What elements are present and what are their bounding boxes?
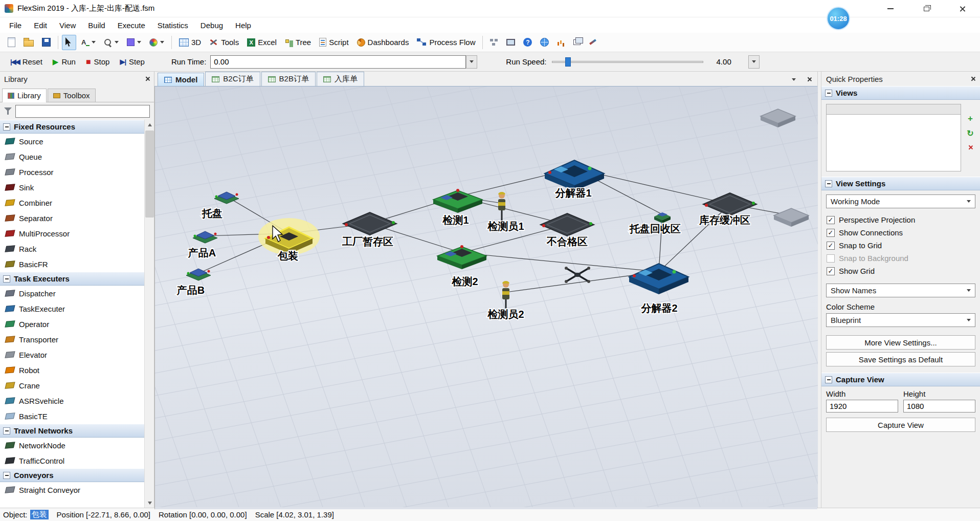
capture-width-input[interactable] [826,400,898,413]
charts-button[interactable] [553,35,569,50]
section-header-fixed-resources[interactable]: Fixed Resources [0,120,144,134]
library-item-robot[interactable]: Robot [0,362,144,378]
fill-color-button[interactable] [123,35,145,50]
3d-button[interactable]: 3D [175,35,205,50]
stop-button[interactable]: ■ Stop [81,55,115,69]
viewport-svg[interactable]: 托盘 产品A 产品B 包装 工厂暂存区 检测1 检测员1 检测2 检测员2 分 [155,86,818,507]
3d-viewport[interactable]: 托盘 产品A 产品B 包装 工厂暂存区 检测1 检测员1 检测2 检测员2 分 [154,86,817,509]
connect-button[interactable] [77,35,99,50]
library-item-dispatcher[interactable]: Dispatcher [0,286,144,301]
add-view-button[interactable]: + [965,113,976,124]
reset-button[interactable]: |◀◀ Reset [5,55,48,68]
checkbox-perspective-projection[interactable]: ✓Perspective Projection [821,213,980,226]
library-item-taskexecuter[interactable]: TaskExecuter [0,301,144,316]
checkbox-box[interactable]: ✓ [827,216,835,224]
run-time-input[interactable] [210,55,466,69]
checkbox-box[interactable]: ✓ [827,242,835,250]
tab-list-dropdown-button[interactable] [789,74,799,84]
checkbox-show-connections[interactable]: ✓Show Connections [821,226,980,239]
library-item-source[interactable]: Source [0,134,144,149]
dashboards-button[interactable]: Dashboards [353,35,413,50]
close-quick-properties-button[interactable] [970,76,975,81]
collapse-icon[interactable] [3,427,10,435]
step-button[interactable]: ▶| Step [115,55,150,68]
select-button[interactable] [62,35,76,50]
process-flow-button[interactable]: Process Flow [413,35,479,50]
library-item-queue[interactable]: Queue [0,149,144,164]
library-item-asrsvehicle[interactable]: ASRSvehicle [0,393,144,408]
scroll-down-button[interactable] [145,498,154,508]
library-item-basicte[interactable]: BasicTE [0,408,144,424]
scrollbar-thumb[interactable] [145,131,154,218]
capture-view-section-header[interactable]: Capture View [821,373,980,386]
scroll-up-button[interactable] [145,120,154,129]
tab-item-3[interactable]: 入库单 [317,72,364,86]
library-item-operator[interactable]: Operator [0,316,144,332]
chevron-down-icon[interactable] [115,41,119,44]
tab-b2c-1[interactable]: B2C订单 [205,72,260,86]
chevron-down-icon[interactable] [137,41,141,44]
collapse-icon[interactable] [825,180,832,187]
scene-object-3[interactable] [258,218,320,255]
library-item-combiner[interactable]: Combiner [0,195,144,210]
panel-splitter[interactable] [817,72,821,508]
section-header-task-executers[interactable]: Task Executers [0,272,144,286]
slider-thumb[interactable] [565,57,571,67]
capture-height-input[interactable] [903,400,975,413]
views-button[interactable] [570,35,584,50]
checkbox-show-grid[interactable]: ✓Show Grid [821,265,980,277]
section-header-conveyors[interactable]: Conveyors [0,468,144,482]
library-filter-input[interactable] [15,105,150,118]
paint-button[interactable] [585,35,600,50]
library-item-rack[interactable]: Rack [0,241,144,256]
viewport-floor[interactable] [155,86,818,507]
checkbox-box[interactable]: ✓ [827,229,835,237]
view-settings-section-header[interactable]: View Settings [821,177,980,190]
library-item-transporter[interactable]: Transporter [0,332,144,347]
save-settings-default-button[interactable]: Save Settings as Default [826,352,975,366]
minimize-button[interactable] [873,0,908,17]
library-item-networknode[interactable]: NetworkNode [0,438,144,453]
checkbox-snap-to-background[interactable]: Snap to Background [821,252,980,265]
run-button[interactable]: ▶ Run [48,55,81,69]
tab-toolbox[interactable]: Toolbox [48,89,96,102]
run-speed-dropdown-button[interactable] [748,55,760,69]
library-item-crane[interactable]: Crane [0,378,144,393]
library-item-basicfr[interactable]: BasicFR [0,256,144,272]
library-item-straight-conveyor[interactable]: Straight Conveyor [0,482,144,497]
tools-button[interactable]: Tools [206,35,242,50]
save-button[interactable] [38,35,54,50]
menu-statistics[interactable]: Statistics [151,19,194,32]
menu-help[interactable]: Help [229,19,257,32]
close-library-button[interactable] [145,76,150,81]
collapse-icon[interactable] [825,376,832,383]
library-item-separator[interactable]: Separator [0,210,144,226]
help-button[interactable] [520,35,536,50]
windows-button[interactable] [503,35,519,50]
checkbox-box[interactable] [827,254,835,263]
section-header-travel-networks[interactable]: Travel Networks [0,424,144,438]
excel-button[interactable]: Excel [243,35,280,50]
web-button[interactable] [537,35,552,50]
zoom-button[interactable] [100,35,122,50]
script-button[interactable]: Script [316,35,352,50]
collapse-icon[interactable] [825,90,832,97]
run-time-dropdown-button[interactable] [466,55,477,69]
tree-button[interactable]: Tree [281,35,315,50]
menu-edit[interactable]: Edit [28,19,53,32]
new-button[interactable] [4,35,19,50]
chevron-down-icon[interactable] [92,41,96,44]
close-view-button[interactable] [804,74,814,84]
collapse-icon[interactable] [3,123,10,131]
chevron-down-icon[interactable] [160,41,164,44]
refresh-views-button[interactable]: ↻ [965,127,976,139]
views-list[interactable] [826,114,961,171]
color-scheme-select[interactable]: Blueprint [826,313,975,327]
texture-button[interactable] [146,35,168,50]
library-item-sink[interactable]: Sink [0,180,144,195]
library-item-multiprocessor[interactable]: MultiProcessor [0,226,144,241]
views-section-header[interactable]: Views [821,86,980,100]
maximize-button[interactable] [908,0,944,17]
library-scrollbar[interactable] [144,120,154,508]
menu-build[interactable]: Build [82,19,111,32]
